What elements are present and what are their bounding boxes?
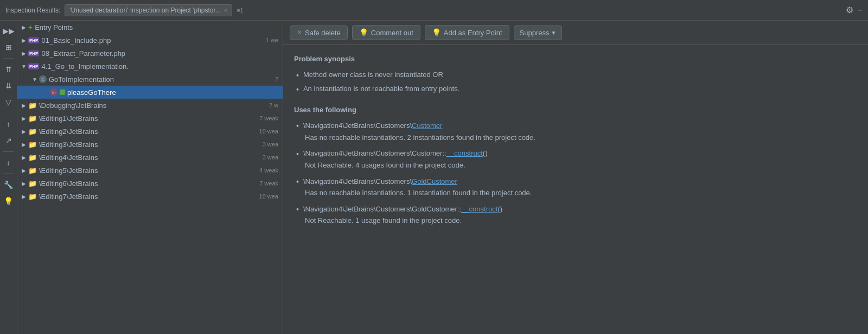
sort-asc-button[interactable]: ⇈ (2, 62, 16, 76)
close-tab-button[interactable]: × (224, 7, 227, 14)
settings-icon[interactable]: ⚙ (846, 5, 853, 15)
php-file-icon: PHP (28, 63, 39, 69)
tree-item-goto-impl-file[interactable]: ▼PHP4.1_Go_to_Implementation. (17, 60, 283, 73)
safe-delete-label: Safe delete (305, 29, 341, 37)
list-view-icon[interactable]: ≡1 (237, 7, 244, 14)
expand-arrow[interactable]: ▶ (20, 142, 28, 147)
suppress-button[interactable]: Suppress ▼ (514, 25, 563, 40)
folder-icon: 📁 (28, 166, 37, 175)
tree-item-editing2[interactable]: ▶📁\Editing2\JetBrains10 wea (17, 125, 283, 138)
uses-item-header: \Navigation4\JetBrains\Customers\Custome… (296, 148, 857, 160)
minimize-icon[interactable]: − (858, 5, 863, 15)
panel-button[interactable]: ⊞ (2, 40, 16, 54)
folder-icon: 📁 (28, 140, 37, 149)
expand-arrow[interactable]: ▶ (20, 168, 28, 174)
tree-item-goto-impl-class[interactable]: ▼cGoToImplementation2 (17, 73, 283, 86)
main-content: ▶▶ ⊞ ⇈ ⇊ ▽ ↑ ↗ ↓ (0, 21, 868, 334)
expand-arrow[interactable]: ▶ (20, 129, 28, 134)
folder-icon: 📁 (28, 179, 37, 188)
expand-arrow[interactable]: ▶ (20, 102, 28, 108)
uses-item-desc: Not Reachable. 4 usages found in the pro… (296, 160, 857, 171)
up-button[interactable]: ↑ (2, 117, 16, 131)
item-label: GoToImplementation (49, 75, 273, 84)
tree-item-editing3[interactable]: ▶📁\Editing3\JetBrains3 wea (17, 138, 283, 151)
item-label: Entry Points (35, 23, 278, 31)
folder-icon: 📁 (28, 127, 37, 136)
method-icon: m (50, 88, 58, 96)
problem-synopsis-list: Method owner class is never instantiated… (294, 69, 857, 96)
safe-delete-button[interactable]: ✕ Safe delete (290, 25, 348, 40)
wrench-icon: 🔧 (4, 181, 13, 189)
item-label: 4.1_Go_to_Implementation. (41, 62, 278, 70)
tree-panel: ▶+Entry Points▶PHP01_Basic_Include.php1 … (17, 21, 283, 334)
expand-arrow[interactable]: ▶ (20, 194, 28, 200)
expand-arrow[interactable]: ▶ (20, 115, 28, 121)
item-label: pleaseGoThere (67, 88, 278, 97)
toolbar-separator-1 (3, 58, 14, 59)
folder-icon: 📁 (28, 101, 37, 110)
sort-desc-button[interactable]: ⇊ (2, 79, 16, 93)
expand-arrow[interactable]: ▶ (20, 50, 28, 56)
folder-icon: 📁 (28, 153, 37, 162)
x-icon: ✕ (297, 29, 302, 36)
item-count: 2 w (269, 102, 278, 108)
tree-item-basic-include[interactable]: ▶PHP01_Basic_Include.php1 we (17, 34, 283, 47)
expand-arrow[interactable]: ▼ (20, 63, 28, 69)
active-tab[interactable]: 'Unused declaration' Inspection on Proje… (65, 4, 232, 16)
tree-item-editing6[interactable]: ▶📁\Editing6\JetBrains7 weak (17, 177, 283, 190)
uses-item: \Navigation4\JetBrains\Customers\GoldCus… (294, 176, 857, 199)
problem-bullet: Method owner class is never instantiated… (294, 69, 857, 81)
tree-item-editing7[interactable]: ▶📁\Editing7\JetBrains10 wea (17, 190, 283, 203)
uses-item: \Navigation4\JetBrains\Customers\Custome… (294, 120, 857, 143)
item-label: \Editing6\JetBrains (39, 179, 257, 188)
uses-item-desc: Has no reachable instantiations. 1 insta… (296, 188, 857, 199)
tree-item-please-go-there[interactable]: mpleaseGoThere (17, 86, 283, 99)
bulb-icon: 💡 (4, 197, 13, 205)
uses-item-link[interactable]: __construct (446, 148, 483, 159)
tab-title: 'Unused declaration' Inspection on Proje… (69, 7, 220, 14)
uses-item-prefix: \Navigation4\JetBrains\Customers\Custome… (303, 148, 446, 159)
add-entry-point-button[interactable]: 💡 Add as Entry Point (425, 25, 509, 40)
run-icon: ▶▶ (3, 27, 15, 35)
down-button[interactable]: ↓ (2, 156, 16, 170)
up-icon: ↑ (7, 120, 10, 129)
uses-item-link[interactable]: __construct (461, 204, 497, 215)
detail-panel: Problem synopsis Method owner class is n… (283, 45, 868, 334)
comment-out-button[interactable]: 💡 Comment out (352, 25, 420, 40)
green-dot-icon (60, 89, 65, 95)
tree-item-extract-param[interactable]: ▶PHP08_Extract_Parameter.php (17, 47, 283, 60)
expand-arrow[interactable]: ▼ (30, 76, 39, 82)
toolbar-separator-4 (3, 174, 14, 174)
export-icon: ↗ (5, 136, 12, 145)
expand-arrow[interactable]: ▶ (20, 181, 28, 187)
item-label: \Editing3\JetBrains (39, 140, 260, 149)
item-label: \Editing4\JetBrains (39, 153, 260, 162)
expand-arrow[interactable]: ▶ (20, 155, 28, 160)
tree-item-editing5[interactable]: ▶📁\Editing5\JetBrains4 weak (17, 164, 283, 177)
item-label: 08_Extract_Parameter.php (41, 49, 278, 57)
item-label: \Editing2\JetBrains (39, 127, 257, 136)
wrench-button[interactable]: 🔧 (2, 178, 16, 192)
uses-item-link[interactable]: GoldCustomer (412, 176, 457, 188)
tree-item-entry-points[interactable]: ▶+Entry Points (17, 21, 283, 34)
run-button[interactable]: ▶▶ (2, 24, 16, 38)
filter-button[interactable]: ▽ (2, 95, 16, 109)
tree-item-editing1[interactable]: ▶📁\Editing1\JetBrains7 weak (17, 112, 283, 125)
toolbar-separator-3 (3, 151, 14, 152)
export-button[interactable]: ↗ (2, 133, 16, 147)
item-count: 10 wea (259, 193, 278, 200)
uses-following-title: Uses the following (294, 105, 857, 116)
tree-item-debugging[interactable]: ▶📁\Debugging\JetBrains2 w (17, 99, 283, 112)
expand-arrow[interactable]: ▶ (20, 37, 28, 43)
item-count: 10 wea (259, 128, 278, 134)
expand-arrow[interactable]: ▶ (20, 24, 28, 30)
uses-item-header: \Navigation4\JetBrains\Customers\GoldCus… (296, 203, 857, 215)
title-bar-actions: ⚙ − (846, 5, 863, 15)
toolbar-separator-2 (3, 113, 14, 113)
uses-item: \Navigation4\JetBrains\Customers\GoldCus… (294, 203, 857, 227)
tree-item-editing4[interactable]: ▶📁\Editing4\JetBrains3 wea (17, 151, 283, 164)
sort-asc-icon: ⇈ (5, 65, 12, 74)
bulb-button[interactable]: 💡 (2, 194, 16, 208)
uses-item-link[interactable]: Customer (412, 120, 442, 132)
folder-icon: 📁 (28, 192, 37, 201)
